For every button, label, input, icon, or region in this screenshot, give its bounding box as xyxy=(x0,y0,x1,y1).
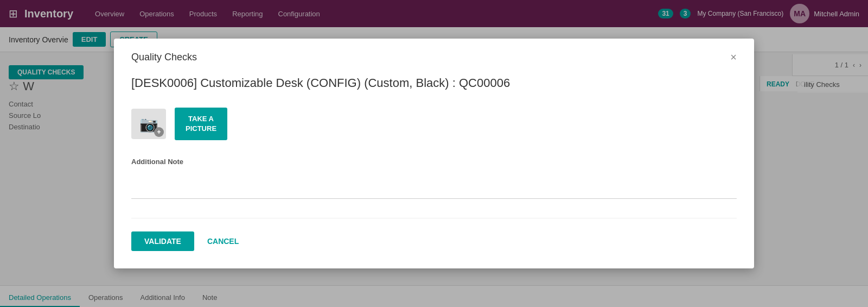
additional-note-input[interactable] xyxy=(131,172,737,199)
modal-title: Quality Checks xyxy=(131,52,197,63)
cancel-button[interactable]: CANCEL xyxy=(203,231,243,251)
modal-record-title: [DESK0006] Customizable Desk (CONFIG) (C… xyxy=(131,76,737,90)
plus-badge: + xyxy=(154,127,164,137)
quality-checks-modal: Quality Checks × [DESK0006] Customizable… xyxy=(114,39,754,268)
picture-area: 📷 + TAKE A PICTURE xyxy=(131,108,737,140)
validate-button[interactable]: VALIDATE xyxy=(131,231,194,251)
modal-close-button[interactable]: × xyxy=(730,52,737,62)
take-picture-button[interactable]: TAKE A PICTURE xyxy=(175,108,227,140)
modal-header: Quality Checks × xyxy=(131,52,737,63)
modal-overlay: Quality Checks × [DESK0006] Customizable… xyxy=(0,0,868,307)
camera-icon-box: 📷 + xyxy=(131,109,166,139)
additional-note-label: Additional Note xyxy=(131,158,737,166)
modal-footer: VALIDATE CANCEL xyxy=(131,218,737,251)
